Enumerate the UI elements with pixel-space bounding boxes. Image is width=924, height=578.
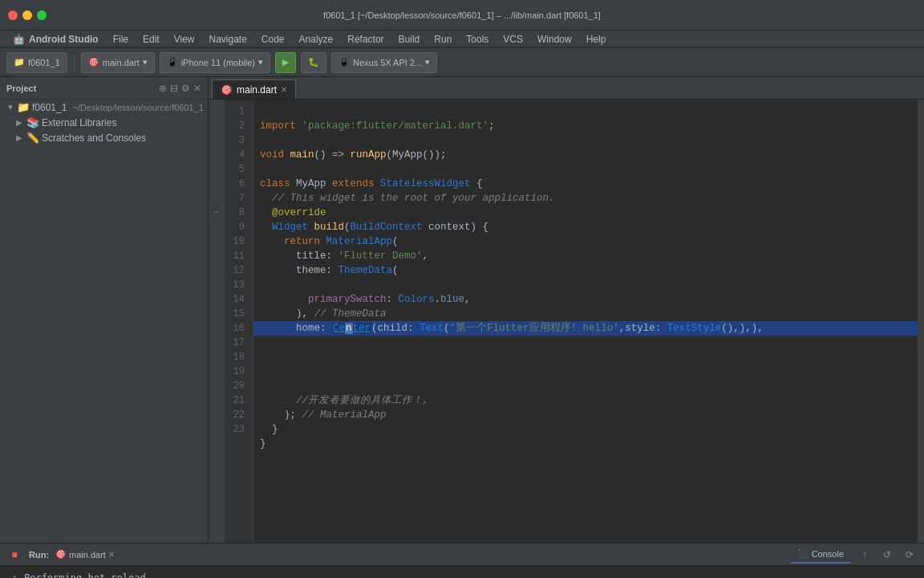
run-button[interactable]: ▶ [275, 52, 296, 73]
toolbar: 📁 f0601_1 🎯 main.dart ▾ 📱 iPhone 11 (mob… [0, 48, 924, 77]
tree-arrow: ▶ [16, 118, 24, 127]
phone-icon: 📱 [167, 57, 178, 67]
up-scroll-icon[interactable]: ↑ [8, 571, 21, 578]
console-icon: ⬛ [797, 548, 808, 559]
gutter-4 [209, 148, 225, 162]
stop-button[interactable]: ■ [6, 547, 22, 563]
menu-code[interactable]: Code [255, 32, 291, 47]
reload-btn[interactable]: ↺ [879, 547, 895, 563]
menu-help[interactable]: Help [580, 32, 613, 47]
window-title: f0601_1 [~/Desktop/lesson/source/f0601_1… [323, 10, 601, 20]
console-tab[interactable]: ⬛ Console [791, 546, 850, 564]
folder-icon: 📁 [14, 57, 25, 67]
gutter-8: ↩ [209, 206, 225, 220]
chevron-down-icon: ▾ [143, 57, 148, 67]
gutter-7 [209, 191, 225, 206]
editor-tab-bar: 🎯 main.dart ✕ [209, 77, 924, 100]
menu-tools[interactable]: Tools [460, 32, 495, 47]
menu-navigate[interactable]: Navigate [202, 32, 253, 47]
tree-item-external-libs[interactable]: ▶ 📚 External Libraries [0, 115, 208, 130]
tab-close-icon[interactable]: ✕ [281, 85, 287, 94]
project-panel-header: Project ⊕ ⊟ ⚙ ✕ [0, 77, 208, 100]
tree-arrow: ▶ [16, 133, 24, 142]
menu-build[interactable]: Build [392, 32, 427, 47]
project-selector[interactable]: 📁 f0601_1 [6, 52, 67, 73]
add-icon[interactable]: ⊕ [159, 83, 167, 94]
window-controls [0, 10, 47, 20]
gutter-5 [209, 162, 225, 177]
project-header-label: Project [6, 83, 156, 93]
toolbar-separator [74, 55, 75, 71]
chevron-down-icon2: ▾ [425, 57, 430, 67]
gutter-1 [209, 104, 225, 119]
menu-analyze[interactable]: Analyze [293, 32, 340, 47]
tree-item-f0601[interactable]: ▼ 📁 f0601_1 ~/Desktop/lesson/source/f060… [0, 100, 208, 115]
gutter-9 [209, 220, 225, 234]
close-button[interactable] [8, 10, 18, 20]
device-selector[interactable]: 📱 iPhone 11 (mobile) ▾ [160, 52, 270, 73]
menu-vcs[interactable]: VCS [496, 32, 529, 47]
folder-icon: 📁 [17, 101, 30, 113]
run-tab-bar: ■ Run: 🎯 main.dart ✕ ⬛ Console ↑ ↺ ⟳ [0, 543, 924, 566]
dart-icon: 🎯 [88, 57, 99, 67]
menu-file[interactable]: File [107, 32, 135, 47]
console-gutter: ↑ ↓ [8, 571, 24, 578]
scratch-icon: ✏️ [26, 132, 39, 144]
close-panel-icon[interactable]: ✕ [193, 83, 201, 94]
up-arrow-btn[interactable]: ↑ [857, 547, 873, 563]
collapse-icon[interactable]: ⊟ [170, 83, 178, 94]
menu-refactor[interactable]: Refactor [341, 32, 390, 47]
console-line-1: Performing hot reload... [24, 571, 916, 578]
library-icon: 📚 [26, 116, 39, 128]
code-content[interactable]: import 'package:flutter/material.dart'; … [253, 100, 918, 543]
dart-file-icon: 🎯 [221, 84, 233, 96]
run-config-selector[interactable]: 🎯 main.dart ▾ [81, 52, 155, 73]
run-config-selector2[interactable]: 📱 Nexus 5X API 2... ▾ [331, 52, 437, 73]
app-name: Android Studio [29, 34, 99, 45]
line-numbers: 1 2 3 4 5 6 7 8 9 10 11 12 13 14 15 16 1… [225, 100, 253, 543]
chevron-down-icon: ▾ [258, 57, 263, 67]
tab-main-dart[interactable]: 🎯 main.dart ✕ [212, 79, 296, 99]
tree-item-scratches[interactable]: ▶ ✏️ Scratches and Consoles [0, 130, 208, 145]
project-sidebar: Project ⊕ ⊟ ⚙ ✕ ▼ 📁 f0601_1 ~/Desktop/le… [0, 77, 209, 543]
minimize-button[interactable] [22, 10, 32, 20]
bug-icon: 🐛 [308, 57, 319, 67]
run-panel: ■ Run: 🎯 main.dart ✕ ⬛ Console ↑ ↺ ⟳ ↑ ↓… [0, 543, 924, 578]
menubar: 🤖 Android Studio File Edit View Navigate… [0, 31, 924, 48]
console-text-area: Performing hot reload... Syncing files t… [24, 571, 916, 578]
play-icon: ▶ [282, 57, 289, 67]
restart-btn[interactable]: ⟳ [902, 547, 918, 563]
gutter-3 [209, 133, 225, 148]
console-content: ↑ ↓ Performing hot reload... Syncing fil… [0, 566, 924, 578]
code-editor[interactable]: ↩ 1 2 3 4 5 6 7 8 9 10 11 12 13 14 15 16 [209, 100, 924, 543]
android-studio-icon: 🤖 [13, 34, 25, 45]
menu-edit[interactable]: Edit [136, 32, 166, 47]
gear-icon[interactable]: ⚙ [181, 83, 190, 94]
menu-window[interactable]: Window [531, 32, 578, 47]
tree-arrow: ▼ [6, 103, 14, 112]
menu-view[interactable]: View [168, 32, 201, 47]
menu-run[interactable]: Run [428, 32, 458, 47]
run-file-close[interactable]: ✕ [108, 550, 115, 559]
titlebar: f0601_1 [~/Desktop/lesson/source/f0601_1… [0, 0, 924, 31]
run-file-tab[interactable]: 🎯 main.dart ✕ [55, 549, 115, 560]
main-layout: Project ⊕ ⊟ ⚙ ✕ ▼ 📁 f0601_1 ~/Desktop/le… [0, 77, 924, 543]
phone-icon2: 📱 [338, 57, 350, 67]
gutter-2 [209, 119, 225, 133]
vertical-scrollbar[interactable] [918, 100, 924, 543]
editor-area: 🎯 main.dart ✕ ↩ 1 2 3 [209, 77, 924, 543]
maximize-button[interactable] [37, 10, 47, 20]
dart-run-icon: 🎯 [55, 549, 67, 560]
debug-button[interactable]: 🐛 [301, 52, 326, 73]
editor-left-gutter: ↩ [209, 100, 225, 543]
gutter-6 [209, 177, 225, 191]
app-logo: 🤖 Android Studio [6, 34, 105, 45]
